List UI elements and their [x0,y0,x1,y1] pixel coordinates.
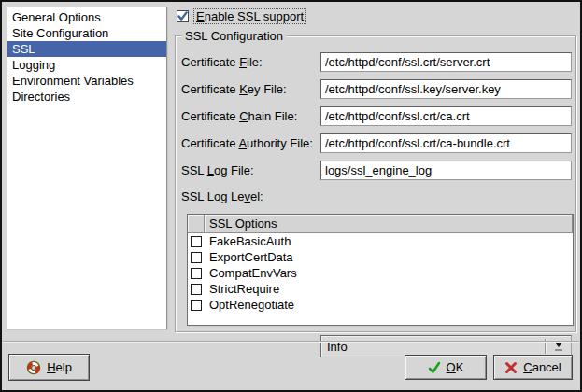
ssl-option-label: ExportCertData [209,250,293,264]
enable-ssl-label[interactable]: Enable SSL support [193,8,306,24]
ssl-option-row-optrenegotiate[interactable]: ✔ OptRenegotiate [188,297,573,313]
ssl-option-label: OptRenegotiate [209,298,294,312]
fakebasicauth-checkbox[interactable]: ✔ [191,236,202,247]
category-item-environment-variables[interactable]: Environment Variables [7,73,166,89]
ssl-option-label: FakeBasicAuth [209,234,291,248]
certificate-chain-file-label: Certificate Chain File: [181,106,297,126]
help-button[interactable]: Help [8,354,90,381]
ssl-option-row-exportcertdata[interactable]: ✔ ExportCertData [188,249,573,265]
ssl-options-header: SSL Options [188,215,573,233]
help-lifering-icon [26,360,41,375]
ssl-log-file-label: SSL Log File: [181,161,254,180]
certificate-key-file-input[interactable] [320,79,572,99]
ok-button-label: OK [447,360,464,374]
dropdown-arrow-icon [547,343,571,351]
button-separator [3,341,579,343]
ssl-option-row-strictrequire[interactable]: ✔ StrictRequire [188,281,573,297]
cancel-x-icon [504,361,518,374]
ssl-option-row-fakebasicauth[interactable]: ✔ FakeBasicAuth [188,233,573,249]
ssl-log-file-input[interactable] [320,161,572,180]
compatenvvars-checkbox[interactable]: ✔ [191,268,202,279]
optrenegotiate-checkbox[interactable]: ✔ [191,300,202,311]
certificate-chain-file-input[interactable] [320,106,572,126]
ssl-log-level-label: SSL Log Level: [181,186,263,208]
ssl-log-level-row: SSL Log Level: Info [176,186,575,208]
ssl-option-label: CompatEnvVars [209,266,297,280]
ssl-settings-dialog: General Options Site Configuration SSL L… [0,0,582,392]
ssl-option-row-compatenvvars[interactable]: ✔ CompatEnvVars [188,265,573,281]
ssl-configuration-frame: SSL Configuration Certificate File: Cert… [175,35,576,332]
enable-ssl-row: Enable SSL support [177,7,306,25]
ssl-options-header-checkbox-column [188,215,205,233]
enable-ssl-checkbox[interactable] [177,10,189,22]
cancel-button[interactable]: Cancel [493,355,573,380]
ok-check-icon [428,361,441,374]
frame-title: SSL Configuration [181,29,287,43]
certificate-file-row: Certificate File: [176,52,575,72]
ssl-option-label: StrictRequire [209,282,279,296]
certificate-chain-file-row: Certificate Chain File: [176,106,575,126]
exportcertdata-checkbox[interactable]: ✔ [191,252,202,263]
ssl-log-file-row: SSL Log File: [176,161,575,180]
certificate-key-file-label: Certificate Key File: [181,79,287,99]
strictrequire-checkbox[interactable]: ✔ [191,284,202,295]
certificate-authority-file-row: Certificate Authority File: [176,133,575,153]
ssl-options-header-label: SSL Options [205,215,573,233]
checkmark-icon [177,11,188,21]
help-button-label: Help [47,360,72,374]
certificate-authority-file-label: Certificate Authority File: [181,133,313,153]
ok-button[interactable]: OK [405,355,487,380]
category-item-general-options[interactable]: General Options [7,9,166,25]
certificate-authority-file-input[interactable] [320,133,572,153]
cancel-button-label: Cancel [523,360,561,374]
category-item-site-configuration[interactable]: Site Configuration [7,25,166,41]
ssl-options-table: SSL Options ✔ FakeBasicAuth ✔ ExportCert… [187,214,574,326]
category-item-directories[interactable]: Directories [7,89,166,105]
category-list: General Options Site Configuration SSL L… [7,7,167,329]
certificate-file-input[interactable] [320,52,572,72]
certificate-key-file-row: Certificate Key File: [176,79,575,99]
category-item-ssl[interactable]: SSL [7,41,166,57]
certificate-file-label: Certificate File: [181,52,263,72]
category-item-logging[interactable]: Logging [7,57,166,73]
